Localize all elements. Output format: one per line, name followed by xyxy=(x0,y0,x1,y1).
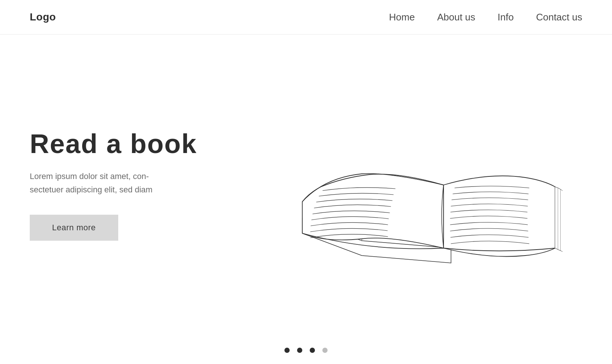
carousel-indicators xyxy=(0,348,612,353)
learn-more-button[interactable]: Learn more xyxy=(30,215,118,241)
hero-section: Read a book Lorem ipsum dolor sit amet, … xyxy=(0,35,612,328)
site-header: Logo Home About us Info Contact us xyxy=(0,0,612,35)
site-logo: Logo xyxy=(30,11,56,23)
main-nav: Home About us Info Contact us xyxy=(389,12,582,23)
carousel-dot-1[interactable] xyxy=(284,348,290,353)
nav-item-contact[interactable]: Contact us xyxy=(536,12,582,23)
carousel-dot-3[interactable] xyxy=(310,348,315,353)
nav-item-about[interactable]: About us xyxy=(437,12,476,23)
book-svg xyxy=(258,92,563,270)
hero-content: Read a book Lorem ipsum dolor sit amet, … xyxy=(30,122,216,241)
hero-description: Lorem ipsum dolor sit amet, con-sectetue… xyxy=(30,170,171,196)
carousel-dot-2[interactable] xyxy=(297,348,302,353)
book-illustration xyxy=(238,92,582,270)
hero-title: Read a book xyxy=(30,129,216,159)
carousel-dot-4[interactable] xyxy=(322,348,328,353)
nav-item-info[interactable]: Info xyxy=(497,12,513,23)
nav-item-home[interactable]: Home xyxy=(389,12,415,23)
